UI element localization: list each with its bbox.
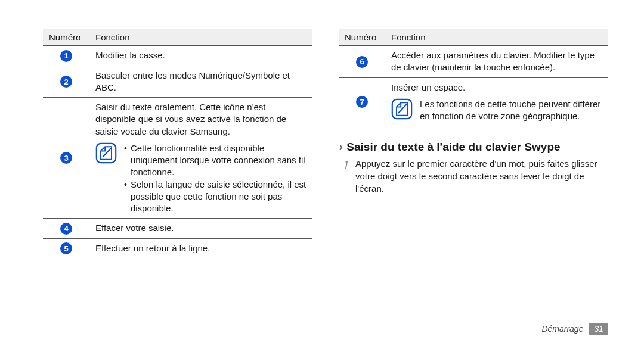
note-bullet: Cette fonctionnalité est disponible uniq…	[124, 142, 306, 179]
col-header-fonction: Fonction	[89, 29, 312, 46]
chevron-icon: ›	[339, 141, 343, 154]
function-text: Basculer entre les modes Numérique/Symbo…	[89, 66, 312, 98]
note-bullet: Selon la langue de saisie sélectionnée, …	[124, 179, 306, 215]
table-row: 2 Basculer entre les modes Numérique/Sym…	[43, 66, 312, 98]
number-badge-5: 5	[60, 242, 72, 254]
section-title: Saisir du texte à l'aide du clavier Swyp…	[346, 141, 560, 154]
note-icon	[391, 98, 413, 120]
col-header-numero: Numéro	[43, 29, 89, 46]
note-text: Les fonctions de cette touche peuvent di…	[420, 98, 602, 123]
page-footer: Démarrage 31	[541, 323, 608, 335]
table-row: 5 Effectuer un retour à la ligne.	[43, 238, 312, 258]
function-text: Effectuer un retour à la ligne.	[89, 238, 312, 258]
step-text: Appuyez sur le premier caractère d'un mo…	[355, 157, 608, 195]
section-heading: › Saisir du texte à l'aide du clavier Sw…	[339, 141, 608, 154]
footer-page-number: 31	[589, 323, 608, 335]
function-text: Modifier la casse.	[89, 46, 312, 66]
function-cell: Saisir du texte oralement. Cette icône n…	[89, 98, 312, 219]
step-number: 1	[339, 157, 349, 172]
footer-section-name: Démarrage	[541, 324, 583, 334]
col-header-numero: Numéro	[339, 29, 385, 46]
left-column: Numéro Fonction 1 Modifier la casse. 2 B…	[43, 29, 312, 258]
function-cell: Insérer un espace. Les fonctions	[385, 77, 608, 126]
table-row: 6 Accéder aux paramètres du clavier. Mod…	[339, 46, 608, 78]
note-bullets: Cette fonctionnalité est disponible uniq…	[124, 142, 306, 215]
note-block: Les fonctions de cette touche peuvent di…	[391, 98, 602, 123]
number-badge-7: 7	[356, 96, 368, 108]
functions-table-right: Numéro Fonction 6 Accéder aux paramètres…	[339, 29, 608, 126]
table-row: 3 Saisir du texte oralement. Cette icône…	[43, 98, 312, 219]
table-row: 1 Modifier la casse.	[43, 46, 312, 66]
note-block: Cette fonctionnalité est disponible uniq…	[95, 142, 306, 215]
function-text: Effacer votre saisie.	[89, 219, 312, 239]
function-text: Insérer un espace.	[391, 82, 602, 94]
step-item: 1 Appuyez sur le premier caractère d'un …	[339, 157, 608, 195]
note-icon	[95, 142, 117, 164]
page-content: Numéro Fonction 1 Modifier la casse. 2 B…	[0, 0, 644, 282]
table-row: 4 Effacer votre saisie.	[43, 219, 312, 239]
number-badge-3: 3	[60, 152, 72, 164]
col-header-fonction: Fonction	[385, 29, 608, 46]
function-text: Saisir du texte oralement. Cette icône n…	[95, 101, 306, 138]
function-text: Accéder aux paramètres du clavier. Modif…	[385, 46, 608, 78]
right-column: Numéro Fonction 6 Accéder aux paramètres…	[339, 29, 608, 258]
functions-table-left: Numéro Fonction 1 Modifier la casse. 2 B…	[43, 29, 312, 258]
number-badge-2: 2	[60, 76, 72, 88]
number-badge-1: 1	[60, 50, 72, 62]
number-badge-4: 4	[60, 223, 72, 235]
table-row: 7 Insérer un espace.	[339, 77, 608, 126]
number-badge-6: 6	[356, 56, 368, 68]
